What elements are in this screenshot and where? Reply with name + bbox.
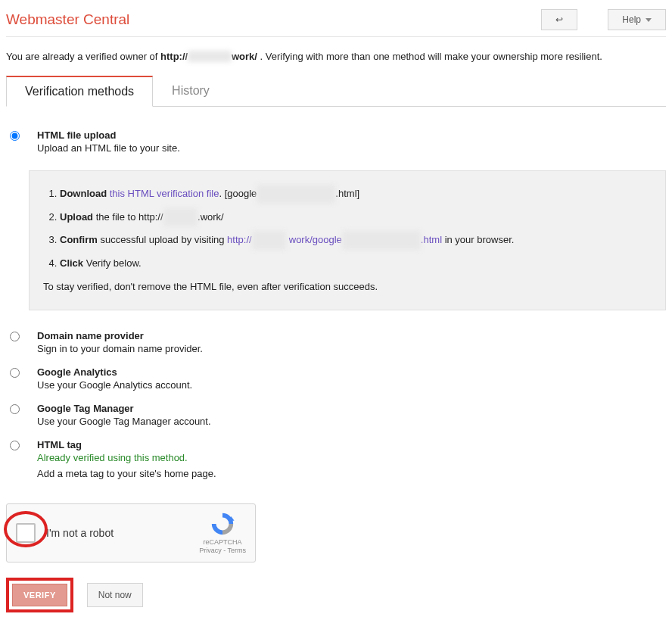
confirm-link-suf: .html bbox=[421, 234, 442, 245]
method-domain: Domain name provider Sign in to your dom… bbox=[6, 324, 666, 360]
step-click: Click Verify below. bbox=[60, 254, 652, 273]
method-title: Domain name provider bbox=[37, 330, 666, 341]
recaptcha: I'm not a robot reCAPTCHA Privacy - Term… bbox=[6, 503, 256, 562]
method-title: HTML file upload bbox=[37, 129, 666, 141]
intro-text: You are already a verified owner of http… bbox=[6, 37, 666, 76]
step-upload: Upload the file to http://xxxxxxx.work/ bbox=[60, 208, 652, 227]
intro-url-suffix: work/ bbox=[232, 51, 257, 62]
method-title: Google Tag Manager bbox=[37, 403, 666, 414]
back-button[interactable]: ↩ bbox=[541, 9, 577, 30]
radio-html-tag[interactable] bbox=[10, 441, 20, 450]
methods-panel: HTML file upload Upload an HTML file to … bbox=[6, 107, 666, 485]
help-button[interactable]: Help bbox=[608, 9, 666, 30]
verify-note: To stay verified, don't remove the HTML … bbox=[43, 278, 652, 297]
method-gtm: Google Tag Manager Use your Google Tag M… bbox=[6, 397, 666, 433]
step2-label: Upload bbox=[60, 211, 93, 223]
page-title: Webmaster Central bbox=[6, 11, 129, 28]
step1-open: . [google bbox=[219, 188, 257, 199]
step1-redacted: xxxxxxxxxxxxxxxx bbox=[257, 185, 335, 204]
method-desc: Sign in to your domain name provider. bbox=[37, 343, 666, 354]
tab-history[interactable]: History bbox=[153, 76, 229, 106]
tab-verification-methods[interactable]: Verification methods bbox=[6, 76, 153, 107]
help-label: Help bbox=[622, 14, 641, 25]
method-desc: Use your Google Analytics account. bbox=[37, 379, 666, 391]
download-link[interactable]: this HTML verification file bbox=[110, 188, 219, 199]
step2-redacted: xxxxxxx bbox=[163, 208, 198, 227]
confirm-link-red2: xxxxxxxxxxxxxxxx bbox=[342, 231, 421, 250]
confirm-link[interactable]: http://xxxxxxx work/googlexxxxxxxxxxxxxx… bbox=[227, 234, 442, 245]
recaptcha-brand: reCAPTCHA bbox=[199, 538, 246, 547]
step3-after: in your browser. bbox=[442, 234, 514, 245]
step4-label: Click bbox=[60, 257, 83, 269]
radio-html-file[interactable] bbox=[10, 131, 20, 141]
radio-domain[interactable] bbox=[10, 332, 20, 341]
header-buttons: ↩ Help bbox=[541, 9, 666, 30]
method-title: Google Analytics bbox=[37, 366, 666, 378]
action-row: VERIFY Not now bbox=[6, 578, 666, 612]
method-desc: Upload an HTML file to your site. bbox=[37, 142, 666, 154]
step3-text: successful upload by visiting bbox=[98, 234, 227, 245]
confirm-link-mid: work/google bbox=[286, 234, 342, 245]
confirm-link-pre: http:// bbox=[227, 234, 252, 245]
not-now-button[interactable]: Not now bbox=[87, 583, 143, 607]
method-title: HTML tag bbox=[37, 439, 666, 450]
page-header: Webmaster Central ↩ Help bbox=[6, 6, 666, 37]
recaptcha-terms-link[interactable]: Terms bbox=[228, 547, 247, 554]
recaptcha-icon bbox=[210, 511, 235, 537]
recaptcha-label: I'm not a robot bbox=[46, 527, 114, 539]
radio-analytics[interactable] bbox=[10, 368, 20, 378]
step4-text: Verify below. bbox=[83, 257, 142, 269]
method-extra: Add a meta tag to your site's home page. bbox=[37, 468, 666, 479]
step1-close: .html] bbox=[335, 188, 359, 199]
verify-button[interactable]: VERIFY bbox=[12, 584, 67, 606]
highlight-box: VERIFY bbox=[6, 578, 73, 612]
step3-label: Confirm bbox=[60, 234, 98, 245]
recaptcha-privacy-link[interactable]: Privacy bbox=[199, 547, 222, 554]
recaptcha-sep: - bbox=[222, 547, 228, 554]
step1-label: Download bbox=[60, 188, 107, 199]
method-html-tag: HTML tag Already verified using this met… bbox=[6, 433, 666, 485]
recaptcha-checkbox[interactable] bbox=[16, 523, 36, 543]
chevron-down-icon bbox=[646, 18, 652, 22]
intro-url-redacted: xxxxxxxx bbox=[188, 51, 232, 62]
step2-text: the file to http:// bbox=[93, 211, 163, 223]
tabs: Verification methods History bbox=[6, 76, 666, 107]
intro-url-prefix: http:// bbox=[160, 51, 188, 62]
radio-gtm[interactable] bbox=[10, 404, 20, 414]
already-verified-msg: Already verified using this method. bbox=[37, 452, 666, 463]
intro-prefix: You are already a verified owner of bbox=[6, 51, 160, 62]
step-confirm: Confirm successful upload by visiting ht… bbox=[60, 231, 652, 250]
html-file-details: Download this HTML verification file. [g… bbox=[29, 170, 666, 310]
step2-suffix: .work/ bbox=[198, 211, 224, 223]
back-icon: ↩ bbox=[555, 14, 563, 25]
confirm-link-red1: xxxxxxx bbox=[252, 231, 287, 250]
method-analytics: Google Analytics Use your Google Analyti… bbox=[6, 360, 666, 397]
step-download: Download this HTML verification file. [g… bbox=[60, 185, 652, 204]
intro-suffix: . Verifying with more than one method wi… bbox=[260, 51, 602, 62]
method-desc: Use your Google Tag Manager account. bbox=[37, 416, 666, 427]
method-html-file: HTML file upload Upload an HTML file to … bbox=[6, 123, 666, 160]
